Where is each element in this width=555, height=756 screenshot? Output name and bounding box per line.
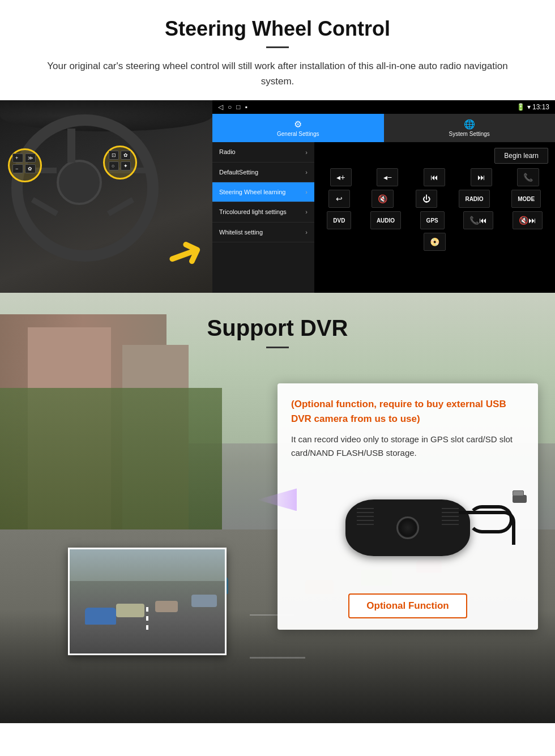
phone-button[interactable]: 📞 — [517, 168, 539, 186]
menu-list: Radio › DefaultSetting › Steering Wheel … — [212, 142, 314, 293]
dvr-preview-thumbnail — [68, 548, 227, 655]
camera-body — [345, 499, 470, 556]
status-time: 🔋 ▾ 13:13 — [516, 103, 549, 111]
tab-system-label: System Settings — [449, 131, 490, 137]
optional-function-button[interactable]: Optional Function — [348, 593, 467, 618]
audio-button[interactable]: AUDIO — [370, 211, 401, 229]
mode-button[interactable]: MODE — [511, 190, 541, 208]
status-nav-icons: ◁ ○ □ ▪ — [218, 103, 247, 111]
prev-track-button[interactable]: ⏮ — [424, 168, 445, 186]
radio-button[interactable]: RADIO — [459, 190, 489, 208]
menu-area: Radio › DefaultSetting › Steering Wheel … — [212, 142, 555, 293]
dvr-info-card: (Optional function, require to buy exter… — [278, 383, 538, 630]
dvr-camera-image — [291, 471, 524, 584]
status-bar: ◁ ○ □ ▪ 🔋 ▾ 13:13 — [212, 100, 555, 114]
settings-tabs: ⚙ General Settings 🌐 System Settings — [212, 114, 555, 142]
tel-prev-button[interactable]: 📞⏮ — [463, 211, 493, 229]
menu-item-tricoloured[interactable]: Tricoloured light settings › — [212, 202, 314, 222]
vol-down-button[interactable]: ◂− — [377, 168, 398, 186]
camera-lens — [396, 516, 419, 539]
tab-general-settings[interactable]: ⚙ General Settings — [212, 114, 384, 142]
signal-icon: 🔋 ▾ — [516, 103, 530, 111]
home-nav-icon[interactable]: ○ — [228, 103, 232, 111]
control-row-3: DVD AUDIO GPS 📞⏮ 🔇⏭ — [319, 211, 550, 229]
control-row-2: ↩ 🔇 ⏻ RADIO MODE — [319, 190, 550, 208]
gear-icon: ⚙ — [294, 119, 302, 130]
menu-item-whitelist[interactable]: Whitelist setting › — [212, 223, 314, 242]
steering-section: Steering Wheel Control Your original car… — [0, 0, 555, 89]
optional-text: (Optional function, require to buy exter… — [291, 397, 524, 426]
control-row-1: ◂+ ◂− ⏮ ⏭ 📞 — [319, 168, 550, 186]
menu-item-steering[interactable]: Steering Wheel learning › — [212, 182, 314, 202]
tab-general-label: General Settings — [277, 131, 319, 137]
steering-wheel-image: + ≫ − ✿ ⊡ ✿ ○ ✦ ➜ — [0, 100, 212, 293]
gps-button[interactable]: GPS — [420, 211, 445, 229]
menu-item-radio[interactable]: Radio › — [212, 142, 314, 162]
mute-next-button[interactable]: 🔇⏭ — [513, 211, 543, 229]
tab-system-settings[interactable]: 🌐 System Settings — [384, 114, 556, 142]
steering-demo: + ≫ − ✿ ⊡ ✿ ○ ✦ ➜ ◁ ○ □ ▪ 🔋 ▾ 13:13 — [0, 100, 555, 293]
page-title: Steering Wheel Control — [23, 17, 532, 41]
next-track-button[interactable]: ⏭ — [471, 168, 492, 186]
chevron-icon: › — [305, 208, 308, 215]
back-button[interactable]: ↩ — [328, 190, 350, 208]
usb-plug — [513, 495, 527, 503]
control-panel: Begin learn ◂+ ◂− ⏮ ⏭ 📞 ↩ 🔇 ⏻ RADIO MODE — [314, 142, 555, 293]
menu-nav-icon[interactable]: ▪ — [245, 103, 247, 111]
title-divider — [266, 46, 289, 48]
vol-up-button[interactable]: ◂+ — [330, 168, 352, 186]
dvr-title-area: Support DVR — [0, 293, 555, 360]
android-ui: ◁ ○ □ ▪ 🔋 ▾ 13:13 ⚙ General Settings 🌐 S… — [212, 100, 555, 293]
back-nav-icon[interactable]: ◁ — [218, 103, 223, 111]
page-subtitle: Your original car's steering wheel contr… — [34, 58, 521, 89]
chevron-icon: › — [305, 149, 308, 156]
dvr-description: It can record video only to storage in G… — [291, 433, 524, 460]
power-button[interactable]: ⏻ — [416, 190, 437, 208]
begin-learn-button[interactable]: Begin learn — [494, 148, 548, 164]
begin-learn-row: Begin learn — [319, 147, 550, 165]
mute-button[interactable]: 🔇 — [372, 190, 394, 208]
dvr-section: Support DVR (Optional function, require … — [0, 293, 555, 723]
recent-nav-icon[interactable]: □ — [236, 103, 240, 111]
dvr-title: Support DVR — [0, 315, 555, 341]
chevron-icon: › — [305, 189, 308, 195]
chevron-icon: › — [305, 229, 308, 236]
dvr-title-divider — [266, 347, 289, 348]
dvd-button[interactable]: DVD — [327, 211, 351, 229]
system-icon: 🌐 — [464, 119, 475, 130]
menu-item-default[interactable]: DefaultSetting › — [212, 163, 314, 182]
control-row-4: 📀 — [319, 233, 550, 251]
chevron-icon: › — [305, 169, 308, 176]
dvd-icon-button[interactable]: 📀 — [424, 233, 446, 251]
